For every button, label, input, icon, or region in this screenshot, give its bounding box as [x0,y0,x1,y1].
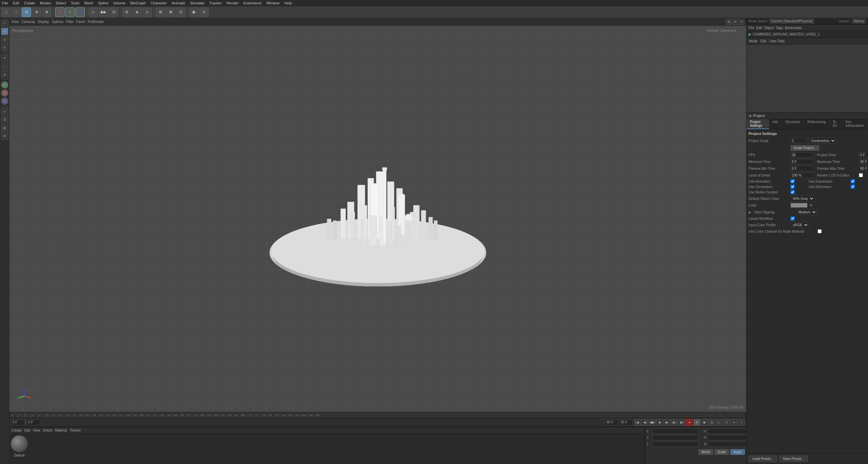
material-item[interactable]: Default [11,435,28,457]
material-swatch-default[interactable] [11,435,28,452]
z-pos-input[interactable] [653,441,698,447]
menu-file[interactable]: File [2,1,8,5]
menu-character[interactable]: Character [151,1,167,5]
node-space-value[interactable]: Current (Standard/Physical) [769,19,814,24]
prev-frame-btn[interactable]: ◀ [641,419,648,426]
viewport-expand[interactable]: ⊞ [726,19,731,25]
menu-tools[interactable]: Tools [71,1,79,5]
edit-render-settings[interactable]: ⚙ [122,7,132,17]
render-queue[interactable]: ≡ [142,7,152,17]
use-color-channel-checkbox[interactable] [818,229,822,233]
y-pos-input[interactable] [653,435,698,440]
min-time-input[interactable] [791,159,814,164]
open-button[interactable]: ○ [12,7,21,17]
tool-layers2[interactable]: ☰ [1,116,8,123]
tool-select[interactable]: ↖ [1,20,8,27]
viewport-maximize[interactable]: ⊡ [732,19,738,25]
layout-value[interactable]: Startup [852,19,866,24]
tab-project-settings[interactable]: Project Settings [747,119,769,129]
project-scale-input[interactable] [791,138,807,143]
mat-select[interactable]: Select [43,428,52,432]
max-time-input[interactable] [859,159,868,164]
loop-btn[interactable]: ∞ [731,419,737,426]
mat-texture[interactable]: Texture [70,428,81,432]
tab-referencing[interactable]: Referencing [804,119,829,129]
tool-layers3[interactable]: ▤ [1,124,8,132]
menu-simulate[interactable]: Simulate [190,1,205,5]
transform-y[interactable]: Y [65,7,75,17]
auto-key-btn[interactable]: ⚙ [693,419,700,426]
tool-poly-pen[interactable]: ✎ [1,54,8,62]
mode-button[interactable]: ⊞ [22,7,31,17]
play-back-btn[interactable]: ◀▶ [649,419,656,426]
viewport-close[interactable]: ✕ [739,19,744,25]
go-end-btn[interactable]: ▶| [679,419,685,426]
gpu-render[interactable]: ◉ [189,7,199,17]
menu-extensions[interactable]: Extensions [243,1,261,5]
tool-layers[interactable]: ≡ [1,108,8,115]
vt-panel[interactable]: Panel [76,20,85,24]
tab-key-interp[interactable]: Key Interpolation [842,119,868,129]
tab-todo[interactable]: To Do [829,119,842,129]
sound-btn[interactable]: ♪ [738,419,745,426]
tool-pin[interactable]: ⊕ [1,132,8,140]
transform-x[interactable]: X [55,7,65,17]
menu-mograph[interactable]: MoGraph [130,1,146,5]
scale-button[interactable]: Scale [714,449,729,455]
go-start-btn[interactable]: |◀ [634,419,641,426]
default-obj-color-select[interactable]: 60% Gray Custom [791,195,815,202]
tool-s1[interactable]: S [1,81,8,89]
phys-render[interactable]: ⊙ [199,7,209,17]
menu-mesh[interactable]: Mesh [84,1,93,5]
vt-display[interactable]: Display [38,20,49,24]
menu-spline[interactable]: Spline [98,1,109,5]
viewport[interactable]: Perspective Default Camera ● [9,26,746,412]
input-color-select[interactable]: sRGB Linear [791,222,809,228]
scale-project-btn[interactable]: Scale Project... [791,145,819,151]
current-frame-2[interactable]: 0 F [27,419,40,425]
snap-button[interactable]: ⊗ [42,7,51,17]
user-data-btn[interactable]: User Data [768,39,785,43]
current-frame-display[interactable]: 0 F [11,419,24,425]
menu-help[interactable]: Help [284,1,292,5]
timeline-btn[interactable]: ≡ [723,419,730,426]
transform-z[interactable]: Z [75,7,85,17]
menu-select[interactable]: Select [56,1,66,5]
new-button[interactable]: □ [1,7,11,17]
snap-enable[interactable]: ⊞ [156,7,165,17]
render-to-po[interactable]: ⊡ [109,7,118,17]
save-preset-button[interactable]: Save Preset... [779,456,808,462]
timeline-ruler[interactable]: 0 2 4 6 8 10 12 14 16 18 20 22 24 26 28 … [11,412,745,418]
color-picker-icon[interactable]: ✎ [809,203,813,208]
tool-magnet[interactable]: ◎ [1,71,8,78]
p-input[interactable] [708,435,746,440]
play-btn[interactable]: ▶ [664,419,670,426]
vt-view[interactable]: View [12,20,19,24]
mat-material[interactable]: Material [55,428,67,432]
view-clipping-arrow[interactable]: ▶ [749,210,751,214]
use-animation-checkbox[interactable] [791,179,795,183]
menu-volume[interactable]: Volume [113,1,126,5]
use-motion-checkbox[interactable] [791,190,795,194]
menu-window[interactable]: Window [266,1,279,5]
obj-object-btn[interactable]: Object [764,26,774,30]
mat-view[interactable]: View [33,428,40,432]
preview-max-input[interactable] [859,166,868,171]
mat-edit[interactable]: Edit [24,428,30,432]
color-swatch[interactable] [791,203,807,208]
tool-brush[interactable]: ○ [1,63,8,70]
record-btn[interactable]: ● [686,419,693,426]
toggle-button[interactable]: ⊕ [32,7,41,17]
render-all-button[interactable]: ▶▶ [99,7,108,17]
menu-edit[interactable]: Edit [13,1,19,5]
vt-options[interactable]: Options [52,20,63,24]
tool-s3[interactable]: S [1,97,8,105]
obj-edit-btn[interactable]: Edit [756,26,762,30]
render-button[interactable]: ▷ [89,7,98,17]
grid-snap[interactable]: ⊡ [176,7,185,17]
linear-workflow-checkbox[interactable] [791,216,795,221]
obj-bookmarks-btn[interactable]: Bookmarks [785,26,802,30]
menu-create[interactable]: Create [24,1,35,5]
motion-btn[interactable]: ⊡ [708,419,715,426]
mode-btn[interactable]: Mode [748,39,758,43]
